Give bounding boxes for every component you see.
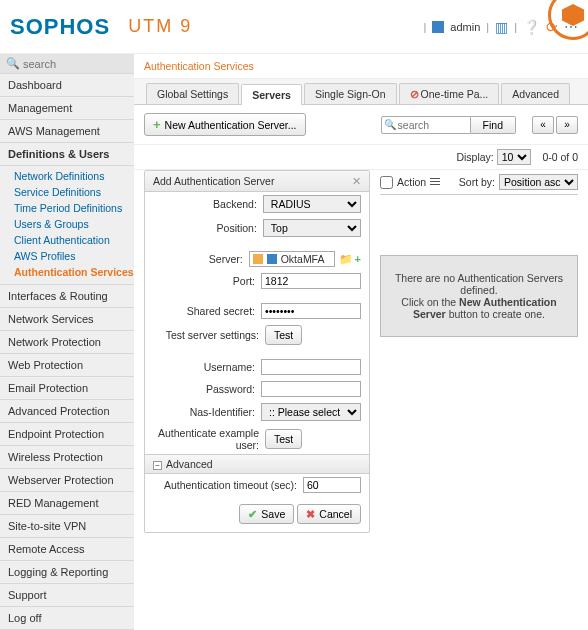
panel-title: Add Authentication Server [153, 175, 274, 187]
nav-network-protection[interactable]: Network Protection [0, 331, 134, 354]
status-icon [253, 254, 263, 264]
position-select[interactable]: Top [263, 219, 361, 237]
host-icon [267, 254, 277, 264]
nav-site-vpn[interactable]: Site-to-site VPN [0, 515, 134, 538]
help-icon[interactable]: ❔ [523, 19, 540, 35]
header: SOPHOS UTM 9 | admin | ▥ | ❔ ⟳ ⋯ [0, 0, 588, 54]
sidebar: 🔍 Dashboard Management AWS Management De… [0, 54, 134, 630]
page-next-button[interactable]: » [556, 116, 578, 134]
user-name[interactable]: admin [450, 21, 480, 33]
nav-network-services[interactable]: Network Services [0, 308, 134, 331]
tab-global-settings[interactable]: Global Settings [146, 83, 239, 104]
nav-remote-access[interactable]: Remote Access [0, 538, 134, 561]
sub-aws-profiles[interactable]: AWS Profiles [14, 248, 134, 264]
nav-endpoint-protection[interactable]: Endpoint Protection [0, 423, 134, 446]
save-button[interactable]: ✔Save [239, 504, 294, 524]
sub-users-groups[interactable]: Users & Groups [14, 216, 134, 232]
nav-advanced-protection[interactable]: Advanced Protection [0, 400, 134, 423]
nav-webserver-protection[interactable]: Webserver Protection [0, 469, 134, 492]
close-icon[interactable]: ✕ [352, 175, 361, 187]
backend-select[interactable]: RADIUS [263, 195, 361, 213]
select-all-checkbox[interactable] [380, 176, 393, 189]
error-icon: ⊘ [410, 88, 419, 100]
toolbar: +New Authentication Server... 🔍 Find « » [134, 105, 588, 145]
plus-icon: + [153, 117, 161, 132]
timeout-input[interactable] [303, 477, 361, 493]
test-user-button[interactable]: Test [265, 429, 302, 449]
tab-otp[interactable]: ⊘One-time Pa... [399, 83, 500, 104]
search-icon: 🔍 [384, 119, 396, 130]
sort-select[interactable]: Position asc [499, 174, 578, 190]
logo: SOPHOS [10, 14, 110, 40]
sidebar-search[interactable]: 🔍 [0, 54, 134, 74]
breadcrumb: Authentication Services [134, 54, 588, 79]
nav-web-protection[interactable]: Web Protection [0, 354, 134, 377]
tab-sso[interactable]: Single Sign-On [304, 83, 397, 104]
x-icon: ✖ [306, 508, 315, 520]
nav-wireless-protection[interactable]: Wireless Protection [0, 446, 134, 469]
nav-aws-management[interactable]: AWS Management [0, 120, 134, 143]
pager: « » [532, 116, 578, 134]
user-icon [432, 21, 444, 33]
new-auth-server-button[interactable]: +New Authentication Server... [144, 113, 306, 136]
notes-icon[interactable]: ▥ [495, 19, 508, 35]
sub-client-auth[interactable]: Client Authentication [14, 232, 134, 248]
port-input[interactable] [261, 273, 361, 289]
advanced-section-header[interactable]: −Advanced [145, 454, 369, 474]
folder-icon[interactable]: 📁 [339, 253, 353, 266]
display-count-select[interactable]: 10 [497, 149, 531, 165]
server-picker[interactable]: OktaMFA [249, 251, 335, 267]
sub-service-definitions[interactable]: Service Definitions [14, 184, 134, 200]
nav-logoff[interactable]: Log off [0, 607, 134, 630]
nav-dashboard[interactable]: Dashboard [0, 74, 134, 97]
page-prev-button[interactable]: « [532, 116, 554, 134]
nav-definitions-users[interactable]: Definitions & Users [0, 143, 134, 166]
definitions-subnav: Network Definitions Service Definitions … [0, 166, 134, 285]
cancel-button[interactable]: ✖Cancel [297, 504, 361, 524]
server-list-column: Action Sort by: Position asc There are n… [380, 170, 578, 533]
find-button[interactable]: Find [471, 116, 516, 134]
add-auth-server-panel: Add Authentication Server ✕ Backend:RADI… [144, 170, 370, 533]
empty-state: There are no Authentication Servers defi… [380, 255, 578, 337]
tab-servers[interactable]: Servers [241, 84, 302, 105]
nav-interfaces[interactable]: Interfaces & Routing [0, 285, 134, 308]
sub-auth-services[interactable]: Authentication Services [14, 264, 134, 280]
result-count: 0-0 of 0 [542, 151, 578, 163]
nav-management[interactable]: Management [0, 97, 134, 120]
tab-advanced[interactable]: Advanced [501, 83, 570, 104]
test-settings-button[interactable]: Test [265, 325, 302, 345]
nav-email-protection[interactable]: Email Protection [0, 377, 134, 400]
main-content: Authentication Services Global Settings … [134, 54, 588, 630]
shared-secret-input[interactable] [261, 303, 361, 319]
collapse-icon: − [153, 461, 162, 470]
sub-network-definitions[interactable]: Network Definitions [14, 168, 134, 184]
nav-logging[interactable]: Logging & Reporting [0, 561, 134, 584]
nav-red-management[interactable]: RED Management [0, 492, 134, 515]
product-name: UTM 9 [128, 16, 192, 37]
username-input[interactable] [261, 359, 361, 375]
menu-icon[interactable] [430, 178, 440, 186]
add-icon[interactable]: + [355, 253, 361, 265]
nav-support[interactable]: Support [0, 584, 134, 607]
nas-select[interactable]: :: Please select :: [261, 403, 361, 421]
tabs: Global Settings Servers Single Sign-On ⊘… [134, 79, 588, 105]
sub-time-period[interactable]: Time Period Definitions [14, 200, 134, 216]
display-row: Display: 10 0-0 of 0 [134, 145, 588, 170]
password-input[interactable] [261, 381, 361, 397]
search-icon: 🔍 [6, 57, 20, 70]
check-icon: ✔ [248, 508, 257, 520]
